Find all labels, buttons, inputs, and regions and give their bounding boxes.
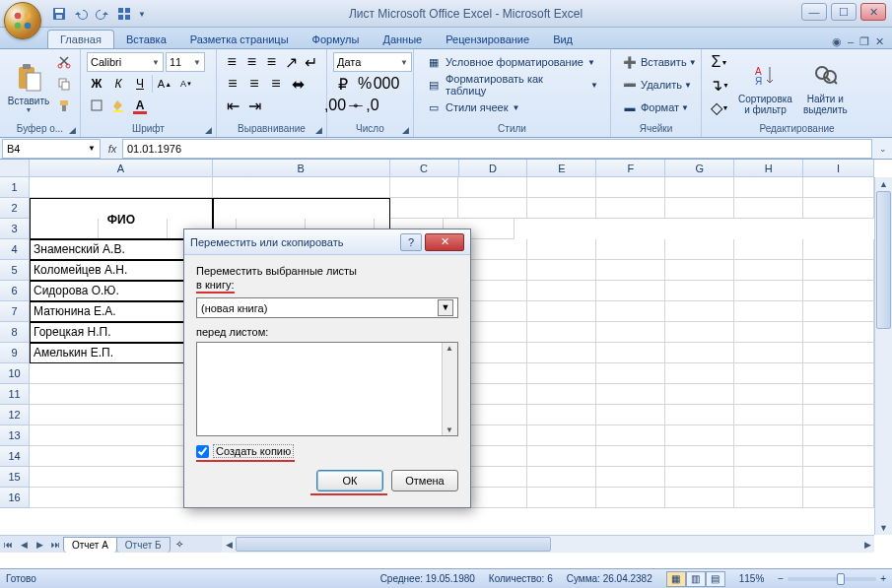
cut-icon[interactable]: [54, 52, 74, 72]
cell-I7[interactable]: [803, 301, 874, 322]
align-left-icon[interactable]: ≡: [223, 74, 242, 94]
cell-I16[interactable]: [803, 488, 874, 508]
cell-E6[interactable]: [527, 281, 596, 301]
row-header-2[interactable]: 2: [0, 198, 30, 219]
comma-icon[interactable]: 000: [377, 74, 396, 94]
currency-icon[interactable]: ₽: [333, 74, 353, 94]
cell-I5[interactable]: [803, 260, 874, 281]
cell-E11[interactable]: [527, 384, 596, 405]
hscroll-thumb[interactable]: [236, 537, 551, 552]
clear-icon[interactable]: ◇▼: [708, 98, 731, 117]
row-header-8[interactable]: 8: [0, 322, 30, 343]
row-header-12[interactable]: 12: [0, 405, 30, 425]
ribbon-help-icon[interactable]: ◉: [832, 35, 842, 48]
cell-I12[interactable]: [803, 405, 874, 425]
cell-F1[interactable]: [596, 177, 665, 198]
cell-I10[interactable]: [803, 363, 874, 384]
tab-formulas[interactable]: Формулы: [301, 31, 372, 48]
find-select-button[interactable]: Найти и выделить: [799, 52, 852, 122]
cell-H6[interactable]: [734, 281, 803, 301]
close-button[interactable]: ✕: [860, 3, 886, 21]
cell-E9[interactable]: [527, 343, 596, 363]
fx-icon[interactable]: fx: [103, 143, 122, 155]
cell-F2[interactable]: [596, 198, 665, 219]
row-header-14[interactable]: 14: [0, 446, 30, 467]
tab-page-layout[interactable]: Разметка страницы: [178, 31, 301, 48]
format-painter-icon[interactable]: [54, 96, 74, 115]
tab-insert[interactable]: Вставка: [114, 31, 178, 48]
cell-H4[interactable]: [734, 239, 803, 260]
before-sheet-list[interactable]: [196, 342, 458, 436]
redo-icon[interactable]: [93, 4, 112, 24]
cell-I15[interactable]: [803, 467, 874, 488]
border-icon[interactable]: [87, 96, 106, 115]
cell-H13[interactable]: [734, 425, 803, 446]
qat-custom-icon[interactable]: [114, 4, 134, 24]
zoom-slider[interactable]: [788, 577, 876, 581]
cell-I9[interactable]: [803, 343, 874, 363]
clipboard-launcher[interactable]: ◢: [66, 124, 78, 136]
cell-H15[interactable]: [734, 467, 803, 488]
cell-H11[interactable]: [734, 384, 803, 405]
qat-dropdown-icon[interactable]: ▼: [136, 4, 148, 24]
sort-filter-button[interactable]: АЯ Сортировка и фильтр: [734, 52, 796, 122]
view-layout-icon[interactable]: ▥: [686, 571, 706, 587]
cell-G6[interactable]: [665, 281, 734, 301]
dec-indent-icon[interactable]: ⇤: [223, 96, 242, 115]
cell-I2[interactable]: [803, 198, 874, 219]
cell-G16[interactable]: [665, 488, 734, 508]
col-header-I[interactable]: I: [803, 160, 874, 177]
cell-C2[interactable]: [390, 198, 459, 219]
cell-I8[interactable]: [803, 322, 874, 343]
cell-G1[interactable]: [665, 177, 734, 198]
row-header-3[interactable]: 3: [0, 219, 30, 239]
ok-button[interactable]: ОК: [316, 470, 383, 491]
insert-cells-button[interactable]: ➕Вставить▼: [617, 52, 695, 72]
maximize-button[interactable]: ☐: [831, 3, 857, 21]
cell-G2[interactable]: [665, 198, 734, 219]
cell-F16[interactable]: [596, 488, 665, 508]
zoom-out-icon[interactable]: −: [778, 573, 784, 584]
vscroll-thumb[interactable]: [876, 191, 891, 329]
cell-G5[interactable]: [665, 260, 734, 281]
cell-D2[interactable]: [458, 198, 527, 219]
row-header-9[interactable]: 9: [0, 343, 30, 363]
dialog-help-button[interactable]: ?: [400, 233, 422, 251]
cell-F10[interactable]: [596, 363, 665, 384]
cell-H12[interactable]: [734, 405, 803, 425]
create-copy-checkbox[interactable]: [196, 445, 209, 458]
cell-G8[interactable]: [665, 322, 734, 343]
inc-indent-icon[interactable]: ⇥: [244, 96, 264, 115]
cell-I14[interactable]: [803, 446, 874, 467]
cell-E15[interactable]: [527, 467, 596, 488]
align-right-icon[interactable]: ≡: [266, 74, 286, 94]
col-header-F[interactable]: F: [596, 160, 665, 177]
save-icon[interactable]: [49, 4, 69, 24]
cell-F13[interactable]: [596, 425, 665, 446]
cell-E7[interactable]: [527, 301, 596, 322]
cell-G4[interactable]: [665, 239, 734, 260]
cell-H1[interactable]: [734, 177, 803, 198]
doc-restore-icon[interactable]: ❐: [859, 35, 869, 48]
cancel-button[interactable]: Отмена: [391, 470, 458, 491]
cell-styles-button[interactable]: ▭Стили ячеек▼: [420, 98, 604, 117]
row-header-11[interactable]: 11: [0, 384, 30, 405]
align-launcher[interactable]: ◢: [312, 124, 324, 136]
view-normal-icon[interactable]: ▦: [666, 571, 686, 587]
cell-E16[interactable]: [527, 488, 596, 508]
cell-E12[interactable]: [527, 405, 596, 425]
cell-H8[interactable]: [734, 322, 803, 343]
font-family-combo[interactable]: Calibri▼: [87, 52, 164, 72]
row-header-15[interactable]: 15: [0, 467, 30, 488]
format-cells-button[interactable]: ▬Формат▼: [617, 98, 695, 117]
col-header-B[interactable]: B: [213, 160, 390, 177]
insert-sheet-icon[interactable]: ✧: [170, 539, 189, 550]
cell-C1[interactable]: [390, 177, 459, 198]
align-center-icon[interactable]: ≡: [244, 74, 264, 94]
tab-home[interactable]: Главная: [47, 30, 114, 48]
row-header-4[interactable]: 4: [0, 239, 30, 260]
row-header-10[interactable]: 10: [0, 363, 30, 384]
fill-color-icon[interactable]: [108, 96, 128, 115]
formula-input[interactable]: 01.01.1976: [122, 139, 872, 159]
font-launcher[interactable]: ◢: [202, 124, 214, 136]
